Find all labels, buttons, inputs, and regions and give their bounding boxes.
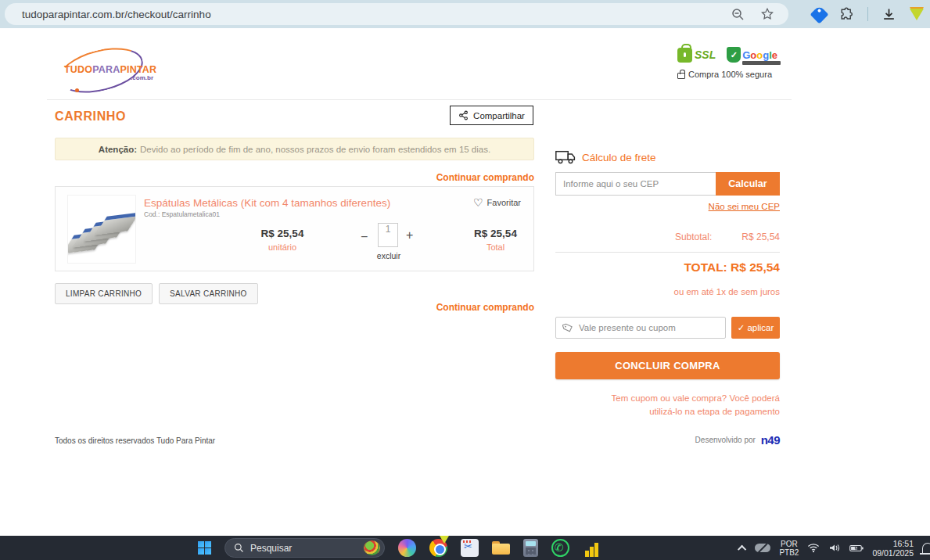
coupon-note-line2: utilizá-lo na etapa de pagamento: [555, 405, 780, 418]
logo-dot: [75, 88, 79, 92]
heart-icon: ♡: [473, 197, 483, 208]
order-summary: Cálculo de frete Informe aqui o seu CEP …: [555, 150, 780, 418]
tag-icon: [562, 322, 573, 333]
cep-help-link[interactable]: Não sei meu CEP: [555, 202, 780, 211]
cart-item-card: Espátulas Metálicas (Kit com 4 tamanhos …: [55, 186, 534, 271]
cart-actions: LIMPAR CARRINHO SALVAR CARRINHO: [55, 283, 258, 304]
freight-header: Cálculo de frete: [555, 150, 780, 164]
battery-icon[interactable]: [849, 544, 864, 553]
taskbar-search[interactable]: Pesquisar: [224, 538, 385, 558]
summary-divider: [555, 252, 780, 253]
address-bar[interactable]: tudoparapintar.com.br/checkout/carrinho: [5, 3, 788, 25]
page-title: CARRINHO: [55, 109, 126, 124]
toolbar-separator: [867, 7, 868, 21]
continue-shopping-link-top[interactable]: Continuar comprando: [55, 172, 534, 183]
copilot-icon[interactable]: [398, 539, 416, 557]
product-title-link[interactable]: Espátulas Metálicas (Kit com 4 tamanhos …: [144, 197, 390, 209]
notice-text: Devido ao período de fim de ano, nossos …: [140, 145, 490, 154]
developer-credit: Desenvolvido por n49: [555, 433, 780, 447]
download-icon[interactable]: [882, 7, 896, 22]
secure-purchase-label: Compra 100% segura: [688, 70, 772, 79]
time-text: 16:51: [872, 539, 914, 548]
ssl-lock-icon: [677, 48, 692, 63]
volume-icon[interactable]: [828, 543, 841, 553]
tag-extension-icon[interactable]: [810, 5, 828, 23]
unit-price-block: R$ 25,54 unitário: [255, 228, 310, 252]
copyright-text: Todos os direitos reservados Tudo Para P…: [55, 436, 215, 445]
apply-label: aplicar: [747, 323, 774, 332]
coupon-input[interactable]: Vale presente ou cupom: [555, 317, 726, 339]
search-placeholder: Pesquisar: [250, 543, 358, 554]
bookmark-star-icon[interactable]: [760, 7, 774, 21]
coupon-note: Tem cupom ou vale compra? Você poderá ut…: [555, 392, 780, 418]
clock[interactable]: 16:51 09/01/2025: [872, 539, 914, 558]
product-code: Cod.: Espatulametalica01: [144, 210, 220, 218]
power-bi-icon[interactable]: [583, 539, 601, 557]
quantity-decrease-button[interactable]: −: [361, 230, 368, 244]
n49-logo[interactable]: n49: [761, 433, 780, 447]
notifications-bell-icon[interactable]: [922, 543, 930, 554]
quantity-increase-button[interactable]: +: [406, 228, 413, 242]
subtotal-row: Subtotal: R$ 25,54: [555, 232, 780, 242]
store-logo[interactable]: TUDOPARAPINTAR .com.br: [58, 50, 144, 91]
zoom-out-icon[interactable]: [731, 8, 745, 21]
developed-by-label: Desenvolvido por: [695, 436, 756, 444]
remove-item-link[interactable]: excluir: [372, 251, 406, 260]
total-line: TOTAL: R$ 25,54: [555, 260, 780, 275]
search-highlight-icon: [364, 540, 379, 555]
language-indicator[interactable]: POR PTB2: [779, 540, 799, 557]
google-badge-bar: [742, 61, 781, 65]
start-button[interactable]: [198, 541, 211, 555]
google-shield-icon: ✓: [727, 47, 741, 63]
unit-price: R$ 25,54: [255, 228, 310, 239]
subtotal-value: R$ 25,54: [741, 232, 780, 242]
extensions-puzzle-icon[interactable]: [839, 7, 854, 22]
secure-purchase-note: Compra 100% segura: [677, 70, 779, 79]
logo-text-tudo: TUDO: [64, 64, 92, 75]
quantity-input[interactable]: 1: [378, 223, 398, 247]
date-text: 09/01/2025: [872, 548, 914, 558]
checkout-button[interactable]: CONCLUIR COMPRA: [555, 352, 780, 379]
google-safe-badge: ✓ Google: [727, 47, 777, 63]
logo-text-para: PARA: [92, 64, 120, 75]
logo-text-pintar: PINTAR: [120, 64, 157, 75]
save-cart-button[interactable]: SALVAR CARRINHO: [159, 283, 258, 304]
apply-coupon-button[interactable]: ✓ aplicar: [731, 317, 780, 339]
line-total-block: R$ 25,54 Total: [466, 228, 525, 252]
calculate-shipping-button[interactable]: Calcular: [716, 172, 780, 196]
whatsapp-icon[interactable]: [551, 539, 569, 557]
wifi-icon[interactable]: [807, 543, 820, 553]
share-button[interactable]: Compartilhar: [450, 106, 533, 125]
chrome-icon[interactable]: [429, 539, 447, 557]
share-label: Compartilhar: [473, 111, 525, 120]
notice-bold: Atenção:: [99, 145, 137, 154]
triangle-extension-icon[interactable]: [910, 9, 924, 20]
onedrive-icon[interactable]: [755, 544, 770, 552]
subtotal-label: Subtotal:: [675, 232, 712, 242]
screen: tudoparapintar.com.br/checkout/carrinho …: [0, 0, 930, 560]
cep-row: Informe aqui o seu CEP Calcular: [555, 172, 780, 196]
continue-shopping-link-bottom[interactable]: Continuar comprando: [55, 302, 534, 313]
coupon-placeholder: Vale presente ou cupom: [579, 323, 676, 332]
logo-domain: .com.br: [131, 74, 153, 81]
coupon-row: Vale presente ou cupom ✓ aplicar: [555, 317, 780, 339]
file-explorer-icon[interactable]: [492, 539, 510, 557]
clear-cart-button[interactable]: LIMPAR CARRINHO: [55, 283, 153, 304]
calculator-icon[interactable]: [523, 539, 538, 557]
unit-price-label: unitário: [255, 242, 310, 252]
url-text[interactable]: tudoparapintar.com.br/checkout/carrinho: [22, 9, 731, 20]
snipping-tool-icon[interactable]: [461, 539, 479, 557]
favorite-label: Favoritar: [487, 198, 521, 207]
line-total-price: R$ 25,54: [466, 228, 525, 239]
coupon-note-line1: Tem cupom ou vale compra? Você poderá: [555, 392, 780, 405]
freight-title: Cálculo de frete: [582, 152, 656, 163]
ssl-label: SSL: [695, 48, 716, 61]
favorite-button[interactable]: ♡ Favoritar: [473, 197, 521, 208]
hidden-icons-chevron[interactable]: [738, 544, 746, 553]
browser-toolbar: tudoparapintar.com.br/checkout/carrinho: [0, 0, 930, 28]
cep-input[interactable]: Informe aqui o seu CEP: [555, 172, 716, 196]
line-total-label: Total: [466, 242, 525, 252]
google-label: Google: [742, 49, 777, 61]
installments-note: ou em até 1x de sem juros: [555, 287, 780, 296]
product-image[interactable]: [67, 195, 136, 264]
